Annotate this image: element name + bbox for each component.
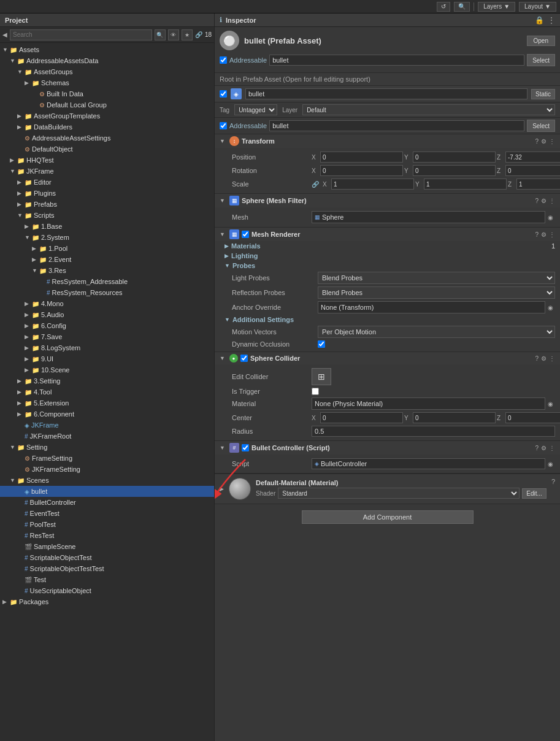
center-x-input[interactable] bbox=[320, 412, 403, 423]
script-select-btn[interactable]: ◉ bbox=[545, 461, 555, 467]
edit-collider-btn[interactable]: ⊞ bbox=[312, 368, 331, 385]
tree-item-test[interactable]: 🎬 Test bbox=[0, 574, 214, 585]
tree-item-defaultobject[interactable]: ⚙ DefaultObject bbox=[0, 144, 214, 155]
tree-item-8log[interactable]: ▶ 📁 8.LogSystem bbox=[0, 342, 214, 353]
center-z-input[interactable] bbox=[505, 412, 560, 423]
tree-item-builtin[interactable]: ⚙ Built In Data bbox=[0, 88, 214, 99]
tree-item-5audio[interactable]: ▶ 📁 5.Audio bbox=[0, 309, 214, 320]
select-btn-1[interactable]: Select bbox=[527, 54, 555, 66]
tree-item-assetgrouptemplates[interactable]: ▶ 📁 AssetGroupTemplates bbox=[0, 110, 214, 121]
tree-item-samplescene[interactable]: 🎬 SampleScene bbox=[0, 541, 214, 552]
tree-item-3setting[interactable]: ▶ 📁 3.Setting bbox=[0, 375, 214, 386]
tree-item-4tool[interactable]: ▶ 📁 4.Tool bbox=[0, 386, 214, 397]
bullet-controller-header[interactable]: ▼ # Bullet Controller (Script) ? ⚙ ⋮ bbox=[215, 441, 560, 455]
tag-dropdown[interactable]: Untagged bbox=[234, 104, 277, 115]
transform-help-btn[interactable]: ? bbox=[535, 138, 539, 145]
tree-item-prefabs[interactable]: ▶ 📁 Prefabs bbox=[0, 199, 214, 210]
mesh-filter-settings-btn[interactable]: ⚙ bbox=[541, 198, 547, 204]
tree-item-ressys-res[interactable]: # ResSystem_Resources bbox=[0, 287, 214, 298]
tree-item-usescriptableobject[interactable]: # UseScriptableObject bbox=[0, 585, 214, 596]
mesh-renderer-enabled-checkbox[interactable] bbox=[242, 231, 249, 238]
tree-item-jkframeroot[interactable]: # JKFrameRoot bbox=[0, 431, 214, 442]
position-z-input[interactable] bbox=[505, 152, 560, 163]
scale-y-input[interactable] bbox=[424, 179, 507, 190]
tree-item-databuilders[interactable]: ▶ 📁 DataBuilders bbox=[0, 121, 214, 132]
additional-settings-header[interactable]: ▼ Additional Settings bbox=[215, 315, 560, 324]
tree-item-jkframe-prefab[interactable]: ◈ JKFrame bbox=[0, 420, 214, 431]
search-input[interactable] bbox=[10, 29, 152, 40]
bullet-controller-menu-btn[interactable]: ⋮ bbox=[549, 445, 555, 451]
addressable-checkbox-1[interactable] bbox=[220, 56, 227, 64]
mesh-renderer-menu-btn[interactable]: ⋮ bbox=[549, 231, 555, 238]
tree-item-schemas[interactable]: ▶ 📁 Schemas bbox=[0, 77, 214, 88]
mesh-filter-help-btn[interactable]: ? bbox=[535, 198, 539, 204]
mesh-filter-header[interactable]: ▼ ▦ Sphere (Mesh Filter) ? ⚙ ⋮ bbox=[215, 194, 560, 207]
center-y-input[interactable] bbox=[413, 412, 496, 423]
tree-item-2event[interactable]: ▶ 📁 2.Event bbox=[0, 254, 214, 265]
addressable-input-1[interactable] bbox=[269, 55, 524, 66]
tree-item-6component[interactable]: ▶ 📁 6.Component bbox=[0, 409, 214, 420]
tree-item-3res[interactable]: ▼ 📁 3.Res bbox=[0, 265, 214, 276]
reflection-probes-dropdown[interactable]: Blend Probes bbox=[318, 286, 555, 299]
sphere-collider-enabled-checkbox[interactable] bbox=[240, 355, 248, 362]
is-trigger-checkbox[interactable] bbox=[312, 388, 319, 395]
sphere-collider-menu-btn[interactable]: ⋮ bbox=[549, 355, 555, 362]
tree-item-scenes[interactable]: ▼ 📁 Scenes bbox=[0, 475, 214, 486]
tree-item-2system[interactable]: ▼ 📁 2.System bbox=[0, 232, 214, 243]
rotation-z-input[interactable] bbox=[505, 165, 560, 176]
add-component-btn[interactable]: Add Component bbox=[302, 510, 474, 524]
tree-item-ressys-addr[interactable]: # ResSystem_Addressable bbox=[0, 276, 214, 287]
star-btn[interactable]: ★ bbox=[182, 29, 193, 40]
mesh-filter-menu-btn[interactable]: ⋮ bbox=[549, 198, 555, 204]
transform-settings-btn[interactable]: ⚙ bbox=[541, 138, 547, 145]
tree-item-assetgroups[interactable]: ▼ 📁 AssetGroups bbox=[0, 66, 214, 77]
material-help-btn[interactable]: ? bbox=[551, 478, 555, 485]
transform-menu-btn[interactable]: ⋮ bbox=[549, 138, 555, 145]
tree-item-defaultlocal[interactable]: ⚙ Default Local Group bbox=[0, 99, 214, 110]
tree-item-1pool[interactable]: ▶ 📁 1.Pool bbox=[0, 243, 214, 254]
static-btn[interactable]: Static bbox=[531, 89, 555, 99]
tree-item-setting[interactable]: ▼ 📁 Setting bbox=[0, 442, 214, 453]
dynamic-occlusion-checkbox[interactable] bbox=[318, 340, 325, 348]
layout-dropdown-btn[interactable]: Layout ▼ bbox=[519, 2, 556, 12]
tree-item-addressable[interactable]: ▼ 📁 AddressableAssetsData bbox=[0, 55, 214, 66]
tree-item-6config[interactable]: ▶ 📁 6.Config bbox=[0, 320, 214, 331]
inspector-menu-btn[interactable]: ⋮ bbox=[548, 16, 555, 25]
bullet-controller-enabled-checkbox[interactable] bbox=[242, 444, 249, 451]
tree-item-jkframe[interactable]: ▼ 📁 JKFrame bbox=[0, 166, 214, 177]
tree-item-1base[interactable]: ▶ 📁 1.Base bbox=[0, 221, 214, 232]
transform-header[interactable]: ▼ ↕ Transform ? ⚙ ⋮ bbox=[215, 134, 560, 148]
position-x-input[interactable] bbox=[320, 152, 403, 163]
tree-item-scriptableobjecttest[interactable]: # ScriptableObjectTest bbox=[0, 552, 214, 563]
sphere-collider-settings-btn[interactable]: ⚙ bbox=[541, 355, 547, 362]
lock-btn[interactable]: 🔒 bbox=[535, 16, 544, 25]
materials-section-header[interactable]: ▶ Materials 1 bbox=[215, 241, 560, 251]
tree-item-scriptableobjecttesttest[interactable]: # ScriptableObjectTestTest bbox=[0, 563, 214, 574]
search-btn[interactable]: 🔍 bbox=[155, 29, 166, 40]
tree-item-jkframesetting[interactable]: ⚙ JKFrameSetting bbox=[0, 464, 214, 475]
go-active-checkbox[interactable] bbox=[220, 90, 227, 98]
shader-dropdown[interactable]: Standard bbox=[278, 488, 520, 499]
tree-item-eventtest[interactable]: # EventTest bbox=[0, 508, 214, 519]
layers-dropdown-btn[interactable]: Layers ▼ bbox=[478, 2, 515, 12]
tree-item-restest[interactable]: # ResTest bbox=[0, 530, 214, 541]
material-edit-btn[interactable]: Edit... bbox=[522, 488, 547, 499]
tree-item-10scene[interactable]: ▶ 📁 10.Scene bbox=[0, 364, 214, 375]
tree-item-plugins[interactable]: ▶ 📁 Plugins bbox=[0, 188, 214, 199]
tree-item-9ui[interactable]: ▶ 📁 9.UI bbox=[0, 353, 214, 364]
motion-vectors-dropdown[interactable]: Per Object Motion bbox=[318, 326, 555, 338]
go-name-input[interactable] bbox=[245, 88, 527, 99]
search-top-btn[interactable]: 🔍 bbox=[454, 2, 470, 12]
mesh-renderer-help-btn[interactable]: ? bbox=[535, 231, 539, 238]
eye-btn[interactable]: 👁 bbox=[168, 29, 179, 40]
tree-item-scripts[interactable]: ▼ 📁 Scripts bbox=[0, 210, 214, 221]
history-back-btn[interactable]: ↺ bbox=[437, 2, 450, 12]
collider-material-select-btn[interactable]: ◉ bbox=[545, 401, 555, 407]
sphere-collider-help-btn[interactable]: ? bbox=[535, 355, 539, 362]
tree-item-addressableasset[interactable]: ⚙ AddressableAssetSettings bbox=[0, 132, 214, 144]
addressable-input-2[interactable] bbox=[269, 120, 524, 131]
addressable-checkbox-2[interactable] bbox=[220, 122, 227, 129]
scale-z-input[interactable] bbox=[516, 179, 560, 190]
sphere-collider-header[interactable]: ▼ ● Sphere Collider ? ⚙ ⋮ bbox=[215, 352, 560, 364]
anchor-override-select-btn[interactable]: ◉ bbox=[545, 304, 555, 311]
